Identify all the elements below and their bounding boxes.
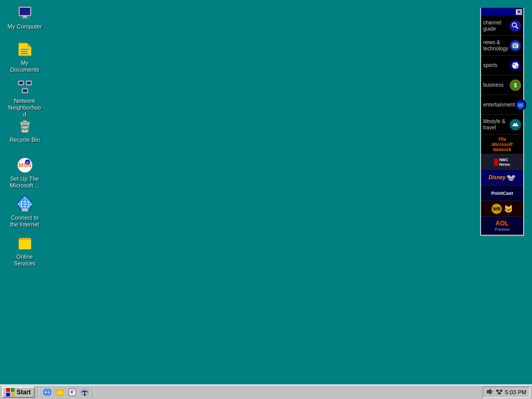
wb-logo-text: WB <box>493 206 501 211</box>
svg-rect-61 <box>71 393 73 393</box>
svg-text:n: n <box>26 161 28 164</box>
pointcast-item[interactable]: PointCast <box>481 185 523 201</box>
svg-rect-7 <box>21 51 27 52</box>
aol-item[interactable]: AOL Preview <box>481 217 523 235</box>
tray-volume-icon[interactable] <box>486 388 494 397</box>
connect-internet-image <box>17 196 33 212</box>
lifestyle-travel-item[interactable]: lifestyle & travel <box>481 115 523 135</box>
business-icon: $ <box>510 79 521 91</box>
my-computer-icon[interactable]: My Computer <box>5 3 44 32</box>
disney-text: Disney <box>489 175 506 180</box>
svg-rect-51 <box>6 393 10 396</box>
online-services-icon[interactable]: Online Services <box>5 233 44 269</box>
business-label: business <box>483 82 510 88</box>
folder-icon <box>55 388 64 397</box>
my-documents-label: My Documents <box>7 60 42 73</box>
disney-item[interactable]: Disney 🐭 <box>481 170 523 185</box>
setup-msn-icon[interactable]: MSN n Set Up The Microsoft ... <box>5 155 44 191</box>
svg-rect-49 <box>6 388 10 392</box>
channel-icon <box>80 388 89 397</box>
sports-item[interactable]: sports <box>481 56 523 75</box>
svg-rect-2 <box>23 16 27 18</box>
msnbc-text: NBCNews <box>499 157 510 167</box>
svg-rect-18 <box>23 121 27 123</box>
pointcast-text: PointCast <box>491 191 513 196</box>
sports-icon <box>510 60 521 71</box>
connect-internet-icon[interactable]: Connect to the Internet <box>5 194 44 230</box>
channel-guide-item[interactable]: channel guide <box>481 16 523 36</box>
lifestyle-travel-icon <box>510 119 521 130</box>
desktop: My Computer My Documents <box>0 0 532 399</box>
setup-msn-image: MSN n <box>17 157 33 174</box>
svg-rect-60 <box>71 392 73 392</box>
my-documents-icon[interactable]: My Documents <box>5 39 44 75</box>
volume-icon <box>486 388 494 395</box>
disney-character-icon: 🐭 <box>507 174 515 182</box>
msnbc-stripe <box>494 158 498 166</box>
channel-panel-titlebar: ✕ <box>481 8 523 16</box>
channel-panel: ✕ channel guide news & technology <box>480 8 524 236</box>
aol-text: AOL <box>495 220 509 227</box>
svg-marker-66 <box>489 389 491 395</box>
channel-close-button[interactable]: ✕ <box>516 9 522 15</box>
svg-rect-29 <box>22 208 28 211</box>
msnbc-item[interactable]: NBCNews <box>481 154 523 170</box>
msn-logo-text: TheMicrosoftNetwork <box>491 137 513 152</box>
svg-rect-59 <box>71 391 74 391</box>
svg-rect-10 <box>19 82 23 84</box>
my-documents-image <box>17 41 33 58</box>
msn-logo[interactable]: TheMicrosoftNetwork <box>481 135 523 154</box>
connect-internet-label: Connect to the Internet <box>7 215 42 228</box>
svg-rect-6 <box>21 49 29 50</box>
business-item[interactable]: business $ <box>481 75 523 95</box>
quick-launch-settings[interactable] <box>67 387 77 397</box>
quick-launch-folder[interactable] <box>55 387 65 397</box>
sports-label: sports <box>483 62 510 69</box>
entertainment-icon <box>515 99 526 111</box>
quick-launch-channel[interactable] <box>79 387 90 397</box>
wb-logo: WB <box>491 204 502 214</box>
svg-line-15 <box>21 85 25 88</box>
quick-launch-ie[interactable] <box>42 387 52 397</box>
svg-rect-46 <box>520 108 522 109</box>
recycle-bin-label: Recycle Bin <box>9 137 39 143</box>
svg-rect-8 <box>21 53 28 54</box>
my-computer-label: My Computer <box>7 23 42 30</box>
clock: 5:03 PM <box>505 389 526 395</box>
start-label: Start <box>17 389 31 396</box>
start-button[interactable]: Start <box>2 387 35 398</box>
settings-icon <box>68 388 77 397</box>
svg-rect-50 <box>11 388 15 392</box>
channel-guide-label: channel guide <box>483 20 510 32</box>
taskbar-divider-2 <box>93 387 94 397</box>
network-neighborhood-label: Network Neighborhood <box>7 98 42 118</box>
svg-rect-12 <box>27 82 31 84</box>
svg-rect-68 <box>500 390 502 392</box>
news-tech-item[interactable]: news & technology <box>481 36 523 56</box>
svg-line-16 <box>25 85 29 88</box>
lifestyle-travel-label: lifestyle & travel <box>483 118 510 131</box>
svg-rect-14 <box>23 89 27 92</box>
network-neighborhood-icon[interactable]: Network Neighborhood <box>5 77 44 121</box>
svg-text:$: $ <box>514 83 517 88</box>
wb-item[interactable]: WB 🐱 <box>481 201 523 217</box>
aol-logo-container: AOL Preview <box>495 220 509 232</box>
svg-rect-30 <box>19 242 31 249</box>
my-computer-image <box>17 5 33 21</box>
news-tech-label: news & technology <box>483 39 510 52</box>
svg-rect-3 <box>21 18 29 19</box>
recycle-bin-icon[interactable]: Recycle Bin <box>5 116 44 145</box>
entertainment-item[interactable]: entertainment <box>481 95 523 115</box>
tray-network-icon[interactable] <box>496 388 503 397</box>
aol-preview-text: Preview <box>495 227 509 232</box>
windows-logo-icon <box>6 388 15 396</box>
taskbar: Start <box>0 384 532 399</box>
system-tray: 5:03 PM <box>483 387 530 398</box>
svg-rect-69 <box>498 392 501 394</box>
svg-rect-1 <box>20 8 30 15</box>
setup-msn-label: Set Up The Microsoft ... <box>7 176 42 189</box>
wb-character-icon: 🐱 <box>504 205 513 213</box>
svg-rect-52 <box>11 393 15 396</box>
svg-rect-45 <box>518 103 523 107</box>
online-services-label: Online Services <box>7 254 42 267</box>
